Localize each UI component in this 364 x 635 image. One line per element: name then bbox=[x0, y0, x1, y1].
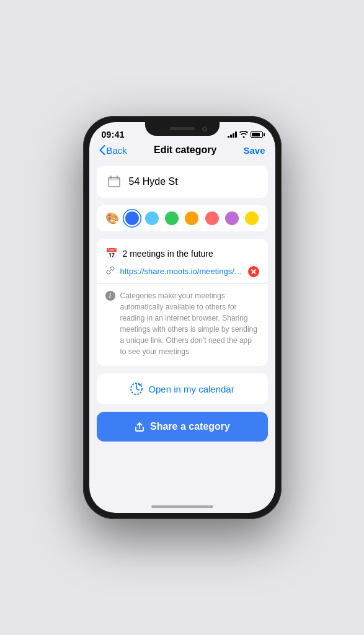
wifi-icon bbox=[239, 131, 248, 139]
remove-link-button[interactable] bbox=[248, 266, 259, 277]
save-button[interactable]: Save bbox=[243, 145, 265, 156]
open-calendar-button[interactable]: Open in my calendar bbox=[97, 373, 268, 404]
battery-icon bbox=[251, 131, 263, 138]
status-time: 09:41 bbox=[102, 130, 125, 140]
share-label: Share a category bbox=[150, 421, 230, 432]
back-button[interactable]: Back bbox=[99, 145, 127, 156]
category-name-text: 54 Hyde St bbox=[129, 176, 178, 187]
color-dot-cyan[interactable] bbox=[145, 211, 159, 225]
speaker bbox=[170, 127, 195, 130]
calendar-sync-icon bbox=[130, 382, 143, 396]
info-description-row: Categories make your meetings automatica… bbox=[105, 290, 259, 357]
color-picker-row: 🎨 bbox=[97, 205, 268, 231]
page-title: Edit category bbox=[154, 144, 216, 156]
status-icons bbox=[228, 131, 263, 139]
home-indicator bbox=[89, 500, 275, 513]
meetings-count-text: 2 meetings in the future bbox=[123, 249, 213, 259]
camera bbox=[202, 127, 207, 131]
color-dot-yellow[interactable] bbox=[245, 211, 259, 225]
info-description-text: Categories make your meetings automatica… bbox=[120, 290, 259, 357]
palette-icon: 🎨 bbox=[105, 211, 119, 225]
link-row: https://share.moots.io/meetings/0T... bbox=[105, 265, 259, 277]
color-dot-orange[interactable] bbox=[185, 211, 198, 225]
color-dot-green[interactable] bbox=[165, 211, 179, 225]
share-link[interactable]: https://share.moots.io/meetings/0T... bbox=[120, 267, 243, 276]
color-dot-red[interactable] bbox=[205, 211, 219, 225]
home-bar bbox=[151, 505, 213, 508]
notch bbox=[145, 122, 220, 136]
phone-frame: 09:41 bbox=[83, 116, 282, 519]
link-icon bbox=[105, 265, 115, 277]
meetings-row: 📅 2 meetings in the future bbox=[105, 247, 259, 259]
share-category-button[interactable]: Share a category bbox=[97, 412, 268, 442]
open-calendar-label: Open in my calendar bbox=[148, 384, 234, 394]
scroll-content: 54 Hyde St 🎨 📅 bbox=[89, 161, 275, 500]
category-name-row: 54 Hyde St bbox=[97, 166, 268, 198]
share-icon bbox=[134, 421, 145, 432]
info-icon bbox=[105, 291, 115, 301]
signal-icon bbox=[228, 131, 237, 138]
info-card: 📅 2 meetings in the future https://share… bbox=[97, 239, 268, 366]
calendar-icon: 📅 bbox=[105, 247, 118, 259]
navigation-bar: Back Edit category Save bbox=[89, 142, 275, 161]
color-dot-purple[interactable] bbox=[225, 211, 239, 225]
svg-rect-1 bbox=[109, 177, 120, 180]
color-dots bbox=[125, 211, 259, 225]
phone-screen: 09:41 bbox=[89, 122, 275, 513]
divider bbox=[97, 283, 268, 284]
category-type-icon bbox=[105, 173, 123, 190]
color-dot-blue[interactable] bbox=[125, 211, 139, 225]
